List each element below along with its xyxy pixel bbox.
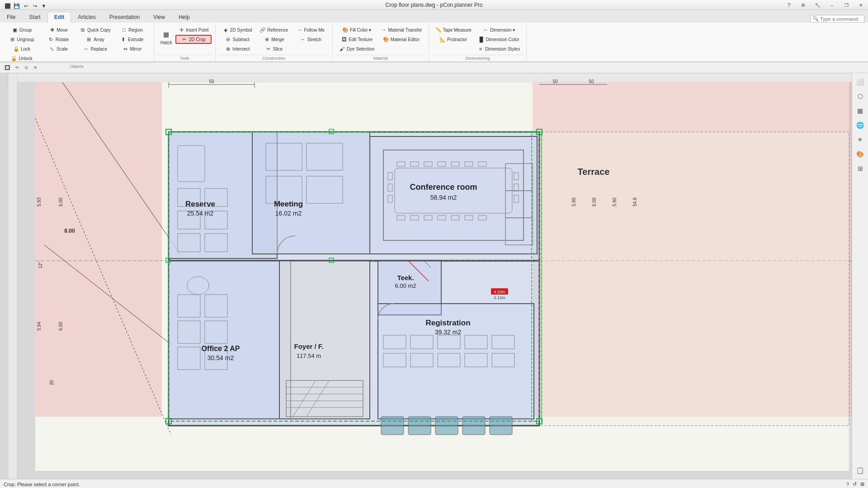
lock-btn[interactable]: 🔒 Lock [4,44,40,53]
toolbar-2-tool[interactable]: ✏ [14,64,21,71]
win-restore[interactable]: ❐ [839,0,854,10]
fill-color-btn[interactable]: 🎨 Fill Color ▾ [336,25,377,34]
slice-btn[interactable]: ✂ Slice [256,44,292,53]
extrude-icon: ⬆ [120,36,127,42]
svg-text:Reserve: Reserve [185,200,215,208]
panel-icon-1[interactable]: ⬜ [854,75,867,89]
material-editor-icon: 🎨 [383,36,389,42]
quickcopy-icon: ⧉ [80,27,86,33]
reference-icon: 🔗 [259,27,266,33]
mirror-icon: ⇔ [122,46,128,52]
svg-marker-4 [35,82,162,417]
tab-edit[interactable]: Edit [47,12,71,23]
dim-col2: ↔ Dimension ▾ █ Dimension Color ≡ Dimens… [475,24,523,55]
material-editor-btn[interactable]: 🎨 Material Editor [378,35,425,44]
panel-icon-3[interactable]: ▦ [854,104,867,117]
tab-articles[interactable]: Articles [71,12,102,23]
region-btn[interactable]: □ Region [114,25,150,34]
status-message: Crop: Please select a corner point. [4,482,80,487]
svg-rect-84 [490,417,512,435]
tools-buttons: ▦ Hatch ✛ Insert Point ✂ 2D Crop [157,23,212,55]
status-icon-layout[interactable]: ⊞ [860,481,864,487]
tab-file[interactable]: File [0,12,22,23]
statusbar: Crop: Please select a corner point. ? ↺ … [0,479,868,488]
unlock-btn[interactable]: 🔓 Unlock [4,54,40,63]
tab-presentation[interactable]: Presentation [103,12,146,23]
undo-btn[interactable]: ↩ [22,2,30,10]
dimension-styles-btn[interactable]: ≡ Dimension Styles [475,44,523,53]
panel-icon-bottom[interactable]: 📋 [854,464,867,477]
status-icon-refresh[interactable]: ↺ [853,481,857,487]
command-input[interactable] [820,16,861,22]
win-close[interactable]: ✕ [854,0,868,10]
merge-btn[interactable]: ⊕ Merge [256,35,292,44]
toolbar-3-tool[interactable]: ⊙ [23,64,30,71]
panel-icon-2[interactable]: ⬡ [854,89,867,103]
panel-icon-5[interactable]: ☀ [854,133,867,146]
command-search[interactable]: 🔍 [810,15,864,23]
tools-col2: ✛ Insert Point ✂ 2D Crop [175,24,212,55]
scale-btn[interactable]: ⤡ Scale [40,44,76,53]
qa-dropdown[interactable]: ▼ [40,2,48,10]
dye-selection-btn[interactable]: 🖌 Dye Selection [336,44,377,53]
insert-point-btn[interactable]: ✛ Insert Point [175,25,212,34]
reference-btn[interactable]: 🔗 Reference [256,25,292,34]
panel-icon-6[interactable]: 🎨 [854,147,867,161]
window-title: Crop floor plans.dwg - pCon.planner Pro [386,2,483,8]
ungroup-btn[interactable]: ⊞ Ungroup [4,35,40,44]
svg-text:Office 2 AP: Office 2 AP [202,345,240,352]
panel-icon-4[interactable]: 🌐 [854,118,867,132]
svg-rect-41 [252,132,370,254]
protractor-btn[interactable]: 📐 Protractor [433,35,474,44]
material-transfer-btn[interactable]: → Material Transfer [378,25,425,34]
group-btn[interactable]: ▣ Group [4,25,40,34]
save-btn[interactable]: 💾 [13,2,21,10]
toolbar-1-tool[interactable]: 🔲 [3,64,12,71]
tape-measure-btn[interactable]: 📏 Tape Measure [433,25,474,34]
extrude-btn[interactable]: ⬆ Extrude [114,35,150,44]
subtract-btn[interactable]: ⊖ Subtract [219,35,255,44]
dimension-color-btn[interactable]: █ Dimension Color [475,35,523,44]
right-panel: ⬜ ⬡ ▦ 🌐 ☀ 🎨 ⊞ 📋 [852,73,868,479]
quickcopy-btn[interactable]: ⧉ Quick Copy [77,25,113,34]
svg-rect-82 [435,417,458,435]
svg-text:6.00: 6.00 [58,197,63,206]
2d-crop-btn[interactable]: ✂ 2D Crop [175,35,212,44]
status-right: ? ↺ ⊞ [846,481,864,487]
replace-btn[interactable]: ↔ Replace [77,44,113,53]
svg-rect-2 [8,73,17,479]
group-objects: ▣ Group ⊞ Ungroup 🔒 Lock 🔓 Unlock [0,23,154,61]
2dsymbol-btn[interactable]: ◈ 2D Symbol [219,25,255,34]
status-icon-help[interactable]: ? [846,482,849,487]
mirror-btn[interactable]: ⇔ Mirror [114,44,150,53]
hatch-btn[interactable]: ▦ Hatch [158,24,175,50]
stretch-btn[interactable]: ↔ Stretch [292,35,329,44]
material-col1: 🎨 Fill Color ▾ 🖼 Edit Texture 🖌 Dye Sele… [336,24,377,55]
array-btn[interactable]: ⊞ Array [77,35,113,44]
material-transfer-icon: → [381,27,387,33]
redo-btn[interactable]: ↪ [31,2,39,10]
intersect-icon: ⊗ [225,46,231,52]
group-icon: ▣ [12,27,18,33]
move-btn[interactable]: ✥ Move [40,25,76,34]
follow-btn[interactable]: → Follow Me [292,25,329,34]
insert-point-icon: ✛ [178,27,184,33]
win-minimize[interactable]: – [825,0,839,10]
intersect-btn[interactable]: ⊗ Intersect [219,44,255,53]
search-icon: 🔍 [812,16,819,22]
tab-help[interactable]: Help [172,12,197,23]
group-material: 🎨 Fill Color ▾ 🖼 Edit Texture 🖌 Dye Sele… [333,23,429,61]
dimension-btn[interactable]: ↔ Dimension ▾ [475,25,523,34]
tray-icon1: ⚙ [796,0,810,10]
svg-text:6.00: 6.00 [592,197,597,206]
toolbar-4-tool[interactable]: ✕ [32,64,39,71]
panel-icon-7[interactable]: ⊞ [854,162,867,175]
edit-texture-btn[interactable]: 🖼 Edit Texture [336,35,377,44]
quick-access-toolbar: ⬛ 💾 ↩ ↪ ▼ [4,1,48,11]
tab-view[interactable]: View [146,12,172,23]
rotate-btn[interactable]: ↻ Rotate [40,35,76,44]
win-help-btn[interactable]: ? [782,0,796,10]
tab-start[interactable]: Start [22,12,47,23]
fill-color-icon: 🎨 [342,27,349,33]
hatch-icon: ▦ [161,29,171,39]
